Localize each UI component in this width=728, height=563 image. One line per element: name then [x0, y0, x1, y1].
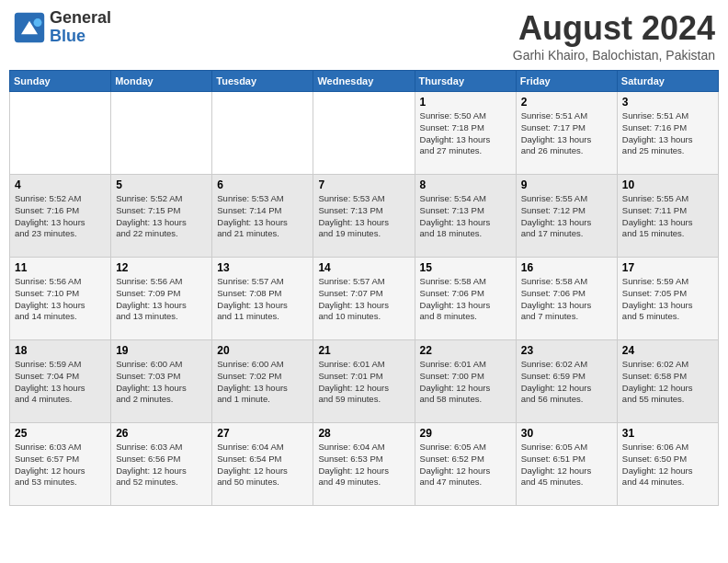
cell-info: Sunrise: 6:05 AM Sunset: 6:52 PM Dayligh…	[420, 442, 511, 488]
cell-info: Sunrise: 5:57 AM Sunset: 7:07 PM Dayligh…	[318, 276, 409, 323]
cell-info: Sunrise: 5:56 AM Sunset: 7:10 PM Dayligh…	[15, 276, 106, 323]
weekday-header-monday: Monday	[111, 71, 212, 92]
calendar-cell: 24Sunrise: 6:02 AM Sunset: 6:58 PM Dayli…	[617, 340, 718, 423]
cell-info: Sunrise: 5:58 AM Sunset: 7:06 PM Dayligh…	[521, 276, 612, 323]
calendar-week-4: 18Sunrise: 5:59 AM Sunset: 7:04 PM Dayli…	[10, 340, 719, 423]
day-number: 14	[318, 261, 409, 274]
calendar-cell: 30Sunrise: 6:05 AM Sunset: 6:51 PM Dayli…	[516, 423, 617, 506]
calendar-cell	[111, 92, 212, 175]
cell-info: Sunrise: 5:58 AM Sunset: 7:06 PM Dayligh…	[420, 276, 511, 323]
cell-info: Sunrise: 5:59 AM Sunset: 7:04 PM Dayligh…	[15, 359, 106, 406]
weekday-header-friday: Friday	[516, 71, 617, 92]
cell-info: Sunrise: 6:00 AM Sunset: 7:02 PM Dayligh…	[217, 359, 308, 406]
day-number: 27	[217, 427, 308, 440]
day-number: 8	[420, 178, 511, 191]
calendar-cell	[10, 92, 111, 175]
cell-info: Sunrise: 6:03 AM Sunset: 6:56 PM Dayligh…	[116, 442, 207, 488]
day-number: 22	[420, 344, 511, 357]
title-block: August 2024 Garhi Khairo, Balochistan, P…	[513, 9, 715, 63]
weekday-header-thursday: Thursday	[415, 71, 516, 92]
calendar-week-2: 4Sunrise: 5:52 AM Sunset: 7:16 PM Daylig…	[10, 175, 719, 258]
calendar-cell: 18Sunrise: 5:59 AM Sunset: 7:04 PM Dayli…	[10, 340, 111, 423]
cell-info: Sunrise: 6:03 AM Sunset: 6:57 PM Dayligh…	[15, 442, 106, 488]
weekday-header-wednesday: Wednesday	[313, 71, 415, 92]
day-number: 30	[521, 427, 612, 440]
day-number: 15	[420, 261, 511, 274]
calendar-cell: 29Sunrise: 6:05 AM Sunset: 6:52 PM Dayli…	[415, 423, 516, 506]
cell-info: Sunrise: 5:56 AM Sunset: 7:09 PM Dayligh…	[116, 276, 207, 323]
calendar-cell: 28Sunrise: 6:04 AM Sunset: 6:53 PM Dayli…	[313, 423, 415, 506]
cell-info: Sunrise: 5:51 AM Sunset: 7:17 PM Dayligh…	[521, 110, 612, 157]
logo: General Blue	[13, 9, 111, 46]
page-header: General Blue August 2024 Garhi Khairo, B…	[9, 9, 719, 63]
calendar-cell: 19Sunrise: 6:00 AM Sunset: 7:03 PM Dayli…	[111, 340, 212, 423]
day-number: 12	[116, 261, 207, 274]
calendar-week-1: 1Sunrise: 5:50 AM Sunset: 7:18 PM Daylig…	[10, 92, 719, 175]
calendar-cell: 26Sunrise: 6:03 AM Sunset: 6:56 PM Dayli…	[111, 423, 212, 506]
logo-icon	[13, 11, 46, 44]
logo-text: General Blue	[50, 9, 111, 46]
cell-info: Sunrise: 5:53 AM Sunset: 7:14 PM Dayligh…	[217, 193, 308, 240]
day-number: 9	[521, 178, 612, 191]
cell-info: Sunrise: 6:05 AM Sunset: 6:51 PM Dayligh…	[521, 442, 612, 488]
calendar-cell: 13Sunrise: 5:57 AM Sunset: 7:08 PM Dayli…	[212, 258, 313, 340]
day-number: 4	[15, 178, 106, 191]
calendar-cell: 5Sunrise: 5:52 AM Sunset: 7:15 PM Daylig…	[111, 175, 212, 258]
cell-info: Sunrise: 6:01 AM Sunset: 7:01 PM Dayligh…	[318, 359, 409, 406]
cell-info: Sunrise: 5:52 AM Sunset: 7:15 PM Dayligh…	[116, 193, 207, 240]
day-number: 19	[116, 344, 207, 357]
calendar-cell: 6Sunrise: 5:53 AM Sunset: 7:14 PM Daylig…	[212, 175, 313, 258]
cell-info: Sunrise: 6:00 AM Sunset: 7:03 PM Dayligh…	[116, 359, 207, 406]
calendar: SundayMondayTuesdayWednesdayThursdayFrid…	[9, 70, 719, 506]
cell-info: Sunrise: 5:51 AM Sunset: 7:16 PM Dayligh…	[622, 110, 713, 157]
day-number: 11	[15, 261, 106, 274]
day-number: 16	[521, 261, 612, 274]
weekday-header-row: SundayMondayTuesdayWednesdayThursdayFrid…	[10, 71, 719, 92]
cell-info: Sunrise: 5:57 AM Sunset: 7:08 PM Dayligh…	[217, 276, 308, 323]
day-number: 28	[318, 427, 409, 440]
day-number: 29	[420, 427, 511, 440]
calendar-cell: 3Sunrise: 5:51 AM Sunset: 7:16 PM Daylig…	[617, 92, 718, 175]
day-number: 2	[521, 96, 612, 109]
calendar-cell: 15Sunrise: 5:58 AM Sunset: 7:06 PM Dayli…	[415, 258, 516, 340]
cell-info: Sunrise: 6:02 AM Sunset: 6:59 PM Dayligh…	[521, 359, 612, 406]
calendar-cell: 7Sunrise: 5:53 AM Sunset: 7:13 PM Daylig…	[313, 175, 415, 258]
day-number: 20	[217, 344, 308, 357]
calendar-cell	[212, 92, 313, 175]
cell-info: Sunrise: 6:02 AM Sunset: 6:58 PM Dayligh…	[622, 359, 713, 406]
cell-info: Sunrise: 5:50 AM Sunset: 7:18 PM Dayligh…	[420, 110, 511, 157]
day-number: 18	[15, 344, 106, 357]
day-number: 23	[521, 344, 612, 357]
calendar-cell: 11Sunrise: 5:56 AM Sunset: 7:10 PM Dayli…	[10, 258, 111, 340]
calendar-cell: 12Sunrise: 5:56 AM Sunset: 7:09 PM Dayli…	[111, 258, 212, 340]
cell-info: Sunrise: 5:52 AM Sunset: 7:16 PM Dayligh…	[15, 193, 106, 240]
day-number: 1	[420, 96, 511, 109]
cell-info: Sunrise: 6:06 AM Sunset: 6:50 PM Dayligh…	[622, 442, 713, 488]
calendar-cell: 27Sunrise: 6:04 AM Sunset: 6:54 PM Dayli…	[212, 423, 313, 506]
weekday-header-tuesday: Tuesday	[212, 71, 313, 92]
calendar-cell	[313, 92, 415, 175]
calendar-cell: 16Sunrise: 5:58 AM Sunset: 7:06 PM Dayli…	[516, 258, 617, 340]
day-number: 10	[622, 178, 713, 191]
svg-point-2	[34, 18, 42, 27]
month-title: August 2024	[513, 9, 715, 48]
cell-info: Sunrise: 5:54 AM Sunset: 7:13 PM Dayligh…	[420, 193, 511, 240]
day-number: 24	[622, 344, 713, 357]
day-number: 5	[116, 178, 207, 191]
day-number: 3	[622, 96, 713, 109]
cell-info: Sunrise: 5:59 AM Sunset: 7:05 PM Dayligh…	[622, 276, 713, 323]
calendar-cell: 8Sunrise: 5:54 AM Sunset: 7:13 PM Daylig…	[415, 175, 516, 258]
calendar-cell: 25Sunrise: 6:03 AM Sunset: 6:57 PM Dayli…	[10, 423, 111, 506]
weekday-header-saturday: Saturday	[617, 71, 718, 92]
cell-info: Sunrise: 5:55 AM Sunset: 7:11 PM Dayligh…	[622, 193, 713, 240]
calendar-cell: 22Sunrise: 6:01 AM Sunset: 7:00 PM Dayli…	[415, 340, 516, 423]
calendar-cell: 4Sunrise: 5:52 AM Sunset: 7:16 PM Daylig…	[10, 175, 111, 258]
day-number: 21	[318, 344, 409, 357]
calendar-week-3: 11Sunrise: 5:56 AM Sunset: 7:10 PM Dayli…	[10, 258, 719, 340]
cell-info: Sunrise: 6:04 AM Sunset: 6:54 PM Dayligh…	[217, 442, 308, 488]
day-number: 17	[622, 261, 713, 274]
day-number: 7	[318, 178, 409, 191]
location: Garhi Khairo, Balochistan, Pakistan	[513, 48, 715, 63]
calendar-cell: 1Sunrise: 5:50 AM Sunset: 7:18 PM Daylig…	[415, 92, 516, 175]
calendar-week-5: 25Sunrise: 6:03 AM Sunset: 6:57 PM Dayli…	[10, 423, 719, 506]
